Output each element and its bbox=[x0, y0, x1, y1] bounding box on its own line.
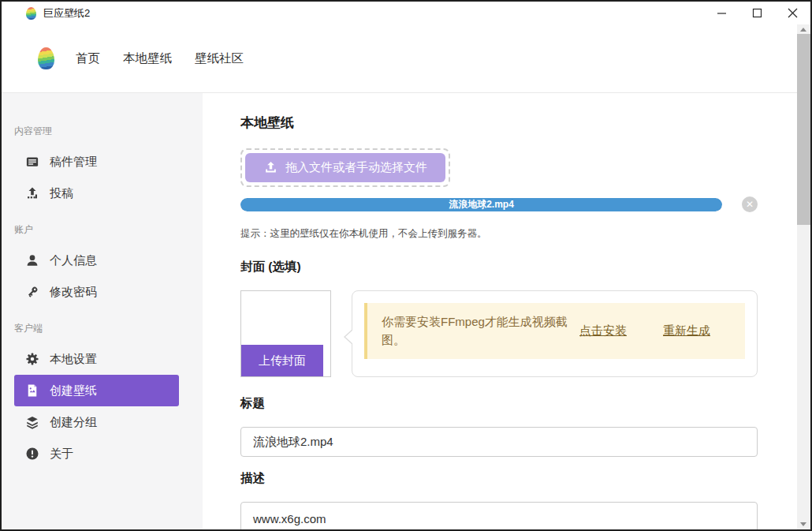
person-icon bbox=[25, 253, 39, 267]
window-title: 巨应壁纸2 bbox=[43, 6, 90, 21]
nav-item-local-wallpaper[interactable]: 本地壁纸 bbox=[123, 50, 172, 67]
sidebar-item-create-wallpaper[interactable]: 创建壁纸 bbox=[14, 375, 179, 406]
title-field-label: 标题 bbox=[240, 395, 758, 412]
scrollbar-thumb[interactable] bbox=[797, 34, 810, 225]
ffmpeg-warning-text: 你需要安装FFmpeg才能生成视频截图。 bbox=[382, 312, 579, 350]
sidebar-section-account: 账户 个人信息 修改密码 bbox=[2, 223, 203, 308]
sidebar-item-label: 创建分组 bbox=[50, 415, 97, 430]
top-nav: 首页 本地壁纸 壁纸社区 bbox=[2, 24, 797, 93]
regenerate-link[interactable]: 重新生成 bbox=[663, 323, 710, 338]
sidebar-item-submit[interactable]: 投稿 bbox=[14, 178, 179, 209]
article-icon bbox=[25, 155, 39, 169]
remove-file-x-icon: ✕ bbox=[746, 199, 754, 210]
cover-preview-box: 上传封面 bbox=[240, 290, 331, 377]
sidebar-item-label: 修改密码 bbox=[50, 285, 97, 300]
vertical-scrollbar[interactable] bbox=[797, 24, 810, 529]
upload-tray-icon bbox=[263, 160, 278, 175]
close-icon bbox=[788, 8, 798, 18]
page-title: 本地壁纸 bbox=[240, 114, 758, 132]
minimize-icon bbox=[717, 8, 727, 18]
sidebar-item-label: 个人信息 bbox=[50, 253, 97, 268]
title-input[interactable] bbox=[240, 427, 758, 457]
window-controls bbox=[704, 2, 810, 24]
upload-progress-row: 流浪地球2.mp4 ✕ bbox=[240, 196, 758, 212]
sidebar: 内容管理 稿件管理 投稿 bbox=[2, 93, 203, 529]
maximize-button[interactable] bbox=[739, 2, 775, 24]
uploaded-file-name: 流浪地球2.mp4 bbox=[449, 198, 514, 211]
scrollbar-up-arrow-icon[interactable] bbox=[800, 28, 806, 32]
cover-callout: 你需要安装FFmpeg才能生成视频截图。 点击安装 重新生成 bbox=[352, 290, 758, 377]
sidebar-item-label: 投稿 bbox=[50, 186, 73, 201]
layers-icon bbox=[25, 415, 39, 429]
sidebar-item-profile[interactable]: 个人信息 bbox=[14, 245, 179, 276]
gear-icon bbox=[25, 352, 39, 366]
scrollbar-down-arrow-icon[interactable] bbox=[800, 522, 806, 526]
app-window: 巨应壁纸2 首页 本地壁纸 壁纸社区 bbox=[0, 0, 812, 531]
maximize-icon bbox=[752, 8, 762, 18]
close-button[interactable] bbox=[775, 2, 810, 24]
sidebar-section-content: 内容管理 稿件管理 投稿 bbox=[2, 125, 203, 209]
sidebar-item-local-settings[interactable]: 本地设置 bbox=[14, 343, 179, 375]
sidebar-section-header: 客户端 bbox=[2, 322, 203, 335]
sidebar-section-header: 账户 bbox=[2, 223, 203, 237]
about-icon bbox=[25, 447, 39, 461]
install-ffmpeg-link[interactable]: 点击安装 bbox=[579, 323, 627, 338]
file-dropzone[interactable]: 拖入文件或者手动选择文件 bbox=[240, 148, 450, 187]
local-only-hint: 提示：这里的壁纸仅在你本机使用，不会上传到服务器。 bbox=[240, 227, 758, 241]
alert-links: 点击安装 重新生成 bbox=[579, 323, 731, 338]
sidebar-item-label: 本地设置 bbox=[50, 352, 97, 367]
sidebar-item-create-group[interactable]: 创建分组 bbox=[14, 406, 179, 438]
ffmpeg-warning-alert: 你需要安装FFmpeg才能生成视频截图。 点击安装 重新生成 bbox=[364, 303, 745, 359]
sidebar-item-about[interactable]: 关于 bbox=[14, 438, 179, 469]
create-wallpaper-icon bbox=[25, 383, 39, 398]
description-field-label: 描述 bbox=[240, 470, 758, 487]
upload-icon bbox=[25, 186, 39, 200]
sidebar-item-label: 创建壁纸 bbox=[50, 383, 97, 398]
titlebar: 巨应壁纸2 bbox=[2, 2, 810, 24]
nav-item-home[interactable]: 首页 bbox=[76, 50, 100, 67]
sidebar-item-label: 稿件管理 bbox=[50, 155, 97, 170]
description-textarea[interactable]: www.x6g.com bbox=[240, 502, 758, 529]
sidebar-item-label: 关于 bbox=[50, 447, 73, 462]
upload-cover-button[interactable]: 上传封面 bbox=[241, 345, 323, 376]
sidebar-section-client: 客户端 本地设置 创建壁纸 bbox=[2, 322, 203, 469]
progress-fill: 流浪地球2.mp4 bbox=[240, 198, 722, 211]
progress-bar: 流浪地球2.mp4 bbox=[240, 198, 722, 211]
nav-item-wallpaper-community[interactable]: 壁纸社区 bbox=[195, 50, 244, 67]
sidebar-item-manuscripts[interactable]: 稿件管理 bbox=[14, 146, 179, 178]
cover-section-label: 封面 (选填) bbox=[240, 259, 758, 275]
app-logo-icon bbox=[26, 7, 36, 20]
minimize-button[interactable] bbox=[704, 2, 739, 24]
cover-row: 上传封面 你需要安装FFmpeg才能生成视频截图。 点击安装 重新生成 bbox=[240, 290, 758, 377]
app-logo-egg-icon bbox=[38, 47, 54, 69]
sidebar-section-header: 内容管理 bbox=[2, 125, 203, 138]
select-file-label: 拖入文件或者手动选择文件 bbox=[285, 160, 427, 175]
key-icon bbox=[25, 285, 39, 299]
main-content: 本地壁纸 拖入文件或者手动选择文件 流浪地球2.mp4 bbox=[203, 93, 797, 529]
select-file-button[interactable]: 拖入文件或者手动选择文件 bbox=[245, 153, 445, 182]
sidebar-item-change-password[interactable]: 修改密码 bbox=[14, 276, 179, 308]
remove-file-button[interactable]: ✕ bbox=[742, 196, 758, 212]
